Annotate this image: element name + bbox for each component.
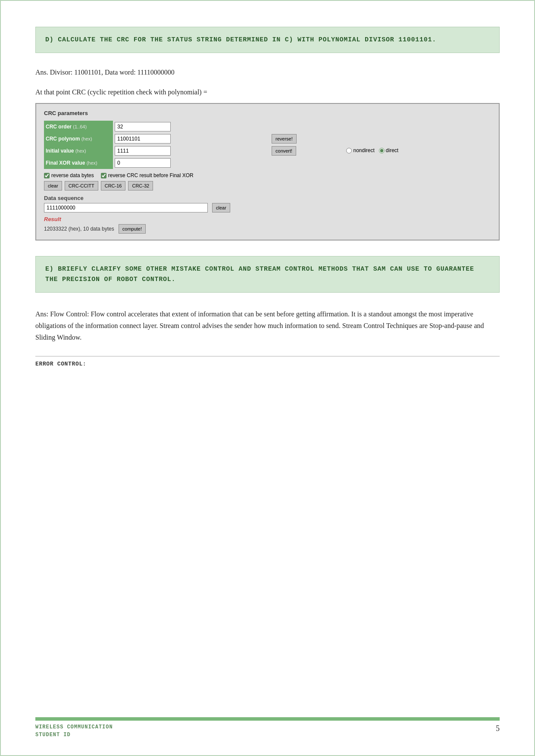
crc-widget: CRC parameters CRC order (1..64) CRC pol… — [35, 103, 500, 241]
section-e-content: BRIEFLY CLARIFY SOME OTHER MISTAKE CONTR… — [45, 266, 474, 283]
footer-bottom: WIRELESS COMMUNICATION STUDENT ID 5 — [35, 724, 500, 738]
crc-initial-input[interactable] — [115, 146, 171, 156]
data-sequence-label: Data sequence — [44, 195, 491, 201]
section-e-box: E) BRIEFLY CLARIFY SOME OTHER MISTAKE CO… — [35, 256, 500, 293]
page: D) CALCULATE THE CRC FOR THE STATUS STRI… — [0, 0, 535, 756]
footer-student-text: STUDENT ID — [35, 732, 113, 738]
reverse-crc-result-checkbox[interactable] — [101, 173, 106, 178]
reverse-data-bytes-text: reverse data bytes — [51, 172, 94, 178]
crc-polynom-input[interactable] — [115, 134, 171, 144]
clear-button[interactable]: clear — [44, 181, 62, 191]
result-value: 12033322 (hex), 10 data bytes — [44, 226, 114, 232]
crc-order-row: CRC order (1..64) — [44, 121, 491, 133]
convert-button[interactable]: convert! — [272, 146, 296, 156]
direct-label[interactable]: direct — [379, 147, 398, 153]
nondirect-label[interactable]: nondirect — [346, 147, 374, 153]
nondirect-radio[interactable] — [346, 148, 352, 153]
crc-checkboxes: reverse data bytes reverse CRC result be… — [44, 172, 491, 178]
section-d-text: D) CALCULATE THE CRC FOR THE STATUS STRI… — [45, 35, 490, 45]
reverse-button[interactable]: reverse! — [272, 134, 297, 144]
reverse-data-bytes-checkbox[interactable] — [44, 173, 50, 178]
crc-finalxor-row: Final XOR value (hex) — [44, 157, 491, 169]
reverse-crc-result-text: reverse CRC result before Final XOR — [108, 172, 194, 178]
ans-divisor-text: Ans. Divisor: 11001101, Data word: 11110… — [35, 69, 500, 76]
footer-wireless-text: WIRELESS COMMUNICATION — [35, 724, 113, 730]
result-label: Result — [44, 216, 491, 222]
reverse-data-bytes-label[interactable]: reverse data bytes — [44, 172, 94, 178]
clear-data-button[interactable]: clear — [212, 203, 230, 212]
reverse-crc-result-label[interactable]: reverse CRC result before Final XOR — [101, 172, 194, 178]
crc-initial-label: Initial value (hex) — [44, 145, 113, 157]
crc-order-label: CRC order (1..64) — [44, 121, 113, 133]
crc-ccitt-button[interactable]: CRC-CCITT — [65, 181, 98, 191]
footer-labels: WIRELESS COMMUNICATION STUDENT ID — [35, 724, 113, 738]
section-e-label: E) — [45, 266, 58, 273]
compute-button[interactable]: compute! — [119, 224, 146, 234]
crc-polynom-label: CRC polynom (hex) — [44, 133, 113, 145]
section-e-text: E) BRIEFLY CLARIFY SOME OTHER MISTAKE CO… — [45, 264, 490, 284]
crc-16-button[interactable]: CRC-16 — [101, 181, 126, 191]
crc-direction-radio: nondirect direct — [346, 147, 398, 153]
footer-page-number: 5 — [496, 724, 500, 733]
at-point-text: At that point CRC (cyclic repetition che… — [35, 88, 500, 96]
crc-order-input[interactable] — [115, 122, 171, 131]
ans-flow-text: Ans: Flow Control: Flow control accelera… — [35, 308, 500, 344]
section-d-box: D) CALCULATE THE CRC FOR THE STATUS STRI… — [35, 27, 500, 53]
result-row: 12033322 (hex), 10 data bytes compute! — [44, 224, 491, 234]
data-sequence-row: clear — [44, 203, 491, 212]
footer-stripe — [35, 717, 500, 721]
crc-finalxor-input[interactable] — [115, 158, 171, 168]
data-sequence-input[interactable] — [44, 203, 208, 212]
crc-params-table: CRC order (1..64) CRC polynom (hex) reve… — [44, 121, 491, 169]
crc-32-button[interactable]: CRC-32 — [128, 181, 153, 191]
crc-finalxor-label: Final XOR value (hex) — [44, 157, 113, 169]
error-control-section: ERROR CONTROL: — [35, 356, 500, 367]
direct-radio[interactable] — [379, 148, 385, 153]
crc-widget-title: CRC parameters — [44, 110, 491, 116]
error-control-label: ERROR CONTROL: — [35, 361, 500, 367]
crc-polynom-row: CRC polynom (hex) reverse! — [44, 133, 491, 145]
section-d-label: D) — [45, 36, 58, 44]
crc-preset-buttons: clear CRC-CCITT CRC-16 CRC-32 — [44, 181, 491, 191]
section-d-content: CALCULATE THE CRC FOR THE STATUS STRING … — [58, 36, 436, 44]
page-footer: WIRELESS COMMUNICATION STUDENT ID 5 — [1, 717, 534, 738]
crc-initial-row: Initial value (hex) convert! nondirect — [44, 145, 491, 157]
